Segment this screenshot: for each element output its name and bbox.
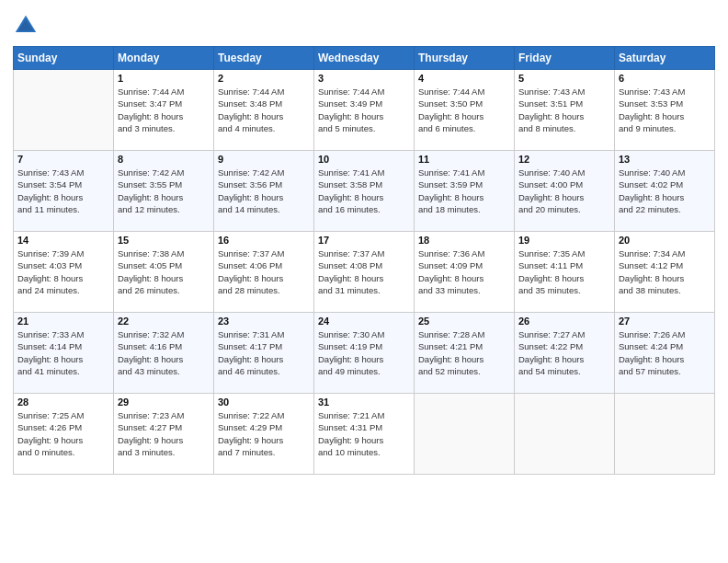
day-info: Sunrise: 7:22 AM Sunset: 4:29 PM Dayligh…	[218, 409, 310, 458]
day-number: 17	[318, 235, 410, 246]
day-cell: 17Sunrise: 7:37 AM Sunset: 4:08 PM Dayli…	[314, 232, 415, 313]
weekday-header-wednesday: Wednesday	[314, 47, 415, 70]
day-cell: 23Sunrise: 7:31 AM Sunset: 4:17 PM Dayli…	[214, 313, 314, 394]
day-number: 9	[218, 154, 310, 165]
page: SundayMondayTuesdayWednesdayThursdayFrid…	[0, 0, 728, 563]
day-cell: 18Sunrise: 7:36 AM Sunset: 4:09 PM Dayli…	[415, 232, 515, 313]
week-row-5: 28Sunrise: 7:25 AM Sunset: 4:26 PM Dayli…	[14, 394, 715, 475]
day-number: 15	[118, 235, 210, 246]
day-number: 29	[118, 396, 210, 408]
day-cell: 6Sunrise: 7:43 AM Sunset: 3:53 PM Daylig…	[615, 70, 715, 151]
day-cell: 22Sunrise: 7:32 AM Sunset: 4:16 PM Dayli…	[114, 313, 214, 394]
day-cell: 8Sunrise: 7:42 AM Sunset: 3:55 PM Daylig…	[114, 151, 214, 232]
week-row-4: 21Sunrise: 7:33 AM Sunset: 4:14 PM Dayli…	[14, 313, 715, 394]
weekday-header-friday: Friday	[515, 47, 615, 70]
day-number: 3	[318, 73, 410, 84]
day-cell: 10Sunrise: 7:41 AM Sunset: 3:58 PM Dayli…	[314, 151, 415, 232]
day-info: Sunrise: 7:28 AM Sunset: 4:21 PM Dayligh…	[418, 328, 510, 377]
day-number: 30	[218, 396, 310, 408]
week-row-1: 1Sunrise: 7:44 AM Sunset: 3:47 PM Daylig…	[14, 70, 715, 151]
day-cell: 21Sunrise: 7:33 AM Sunset: 4:14 PM Dayli…	[14, 313, 114, 394]
day-info: Sunrise: 7:44 AM Sunset: 3:49 PM Dayligh…	[318, 86, 410, 134]
day-number: 28	[17, 396, 109, 408]
day-cell	[14, 70, 114, 151]
day-info: Sunrise: 7:44 AM Sunset: 3:47 PM Dayligh…	[118, 86, 210, 134]
day-cell: 16Sunrise: 7:37 AM Sunset: 4:06 PM Dayli…	[214, 232, 314, 313]
day-cell: 11Sunrise: 7:41 AM Sunset: 3:59 PM Dayli…	[415, 151, 515, 232]
day-info: Sunrise: 7:35 AM Sunset: 4:11 PM Dayligh…	[518, 247, 610, 296]
day-number: 12	[518, 154, 610, 165]
weekday-header-tuesday: Tuesday	[214, 47, 314, 70]
week-row-2: 7Sunrise: 7:43 AM Sunset: 3:54 PM Daylig…	[14, 151, 715, 232]
day-cell: 25Sunrise: 7:28 AM Sunset: 4:21 PM Dayli…	[415, 313, 515, 394]
day-info: Sunrise: 7:41 AM Sunset: 3:59 PM Dayligh…	[418, 167, 510, 215]
day-number: 24	[318, 316, 410, 327]
day-cell: 1Sunrise: 7:44 AM Sunset: 3:47 PM Daylig…	[114, 70, 214, 151]
day-cell: 4Sunrise: 7:44 AM Sunset: 3:50 PM Daylig…	[415, 70, 515, 151]
day-info: Sunrise: 7:34 AM Sunset: 4:12 PM Dayligh…	[619, 247, 711, 296]
weekday-header-row: SundayMondayTuesdayWednesdayThursdayFrid…	[14, 47, 715, 70]
day-cell: 9Sunrise: 7:42 AM Sunset: 3:56 PM Daylig…	[214, 151, 314, 232]
day-number: 10	[318, 154, 410, 165]
day-number: 7	[17, 154, 109, 165]
day-number: 23	[218, 316, 310, 327]
weekday-header-sunday: Sunday	[14, 47, 114, 70]
day-info: Sunrise: 7:41 AM Sunset: 3:58 PM Dayligh…	[318, 167, 410, 215]
day-cell: 13Sunrise: 7:40 AM Sunset: 4:02 PM Dayli…	[615, 151, 715, 232]
day-cell: 24Sunrise: 7:30 AM Sunset: 4:19 PM Dayli…	[314, 313, 415, 394]
week-row-3: 14Sunrise: 7:39 AM Sunset: 4:03 PM Dayli…	[14, 232, 715, 313]
day-number: 16	[218, 235, 310, 246]
day-number: 1	[118, 73, 210, 84]
day-cell	[615, 394, 715, 475]
day-cell: 15Sunrise: 7:38 AM Sunset: 4:05 PM Dayli…	[114, 232, 214, 313]
day-number: 22	[118, 316, 210, 327]
day-cell: 28Sunrise: 7:25 AM Sunset: 4:26 PM Dayli…	[14, 394, 114, 475]
day-cell: 19Sunrise: 7:35 AM Sunset: 4:11 PM Dayli…	[515, 232, 615, 313]
day-info: Sunrise: 7:25 AM Sunset: 4:26 PM Dayligh…	[17, 409, 109, 458]
day-cell	[515, 394, 615, 475]
day-number: 11	[418, 154, 510, 165]
day-number: 21	[17, 316, 109, 327]
day-number: 4	[418, 73, 510, 84]
day-number: 5	[518, 73, 610, 84]
day-info: Sunrise: 7:40 AM Sunset: 4:00 PM Dayligh…	[518, 167, 610, 215]
day-info: Sunrise: 7:32 AM Sunset: 4:16 PM Dayligh…	[118, 328, 210, 377]
day-number: 18	[418, 235, 510, 246]
day-number: 26	[518, 316, 610, 327]
day-info: Sunrise: 7:43 AM Sunset: 3:53 PM Dayligh…	[619, 86, 711, 134]
day-number: 8	[118, 154, 210, 165]
day-info: Sunrise: 7:37 AM Sunset: 4:06 PM Dayligh…	[218, 247, 310, 296]
day-info: Sunrise: 7:30 AM Sunset: 4:19 PM Dayligh…	[318, 328, 410, 377]
day-info: Sunrise: 7:26 AM Sunset: 4:24 PM Dayligh…	[619, 328, 711, 377]
day-number: 6	[619, 73, 711, 84]
weekday-header-saturday: Saturday	[615, 47, 715, 70]
weekday-header-thursday: Thursday	[415, 47, 515, 70]
logo	[13, 13, 40, 39]
day-cell: 7Sunrise: 7:43 AM Sunset: 3:54 PM Daylig…	[14, 151, 114, 232]
day-cell: 27Sunrise: 7:26 AM Sunset: 4:24 PM Dayli…	[615, 313, 715, 394]
day-cell: 20Sunrise: 7:34 AM Sunset: 4:12 PM Dayli…	[615, 232, 715, 313]
header	[13, 9, 715, 39]
day-info: Sunrise: 7:43 AM Sunset: 3:54 PM Dayligh…	[17, 167, 109, 215]
day-info: Sunrise: 7:42 AM Sunset: 3:56 PM Dayligh…	[218, 167, 310, 215]
day-info: Sunrise: 7:39 AM Sunset: 4:03 PM Dayligh…	[17, 247, 109, 296]
day-cell: 5Sunrise: 7:43 AM Sunset: 3:51 PM Daylig…	[515, 70, 615, 151]
day-cell: 2Sunrise: 7:44 AM Sunset: 3:48 PM Daylig…	[214, 70, 314, 151]
day-info: Sunrise: 7:36 AM Sunset: 4:09 PM Dayligh…	[418, 247, 510, 296]
day-info: Sunrise: 7:27 AM Sunset: 4:22 PM Dayligh…	[518, 328, 610, 377]
day-number: 14	[17, 235, 109, 246]
day-number: 31	[318, 396, 410, 408]
day-info: Sunrise: 7:38 AM Sunset: 4:05 PM Dayligh…	[118, 247, 210, 296]
day-info: Sunrise: 7:42 AM Sunset: 3:55 PM Dayligh…	[118, 167, 210, 215]
day-cell: 29Sunrise: 7:23 AM Sunset: 4:27 PM Dayli…	[114, 394, 214, 475]
weekday-header-monday: Monday	[114, 47, 214, 70]
day-cell: 30Sunrise: 7:22 AM Sunset: 4:29 PM Dayli…	[214, 394, 314, 475]
day-cell: 31Sunrise: 7:21 AM Sunset: 4:31 PM Dayli…	[314, 394, 415, 475]
day-cell	[415, 394, 515, 475]
day-info: Sunrise: 7:37 AM Sunset: 4:08 PM Dayligh…	[318, 247, 410, 296]
day-info: Sunrise: 7:31 AM Sunset: 4:17 PM Dayligh…	[218, 328, 310, 377]
day-cell: 3Sunrise: 7:44 AM Sunset: 3:49 PM Daylig…	[314, 70, 415, 151]
day-number: 19	[518, 235, 610, 246]
day-info: Sunrise: 7:23 AM Sunset: 4:27 PM Dayligh…	[118, 409, 210, 458]
day-info: Sunrise: 7:40 AM Sunset: 4:02 PM Dayligh…	[619, 167, 711, 215]
